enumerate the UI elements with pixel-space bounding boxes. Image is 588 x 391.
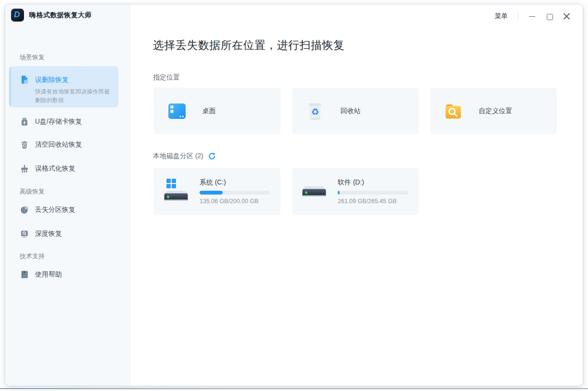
refresh-icon[interactable]	[208, 152, 216, 161]
sidebar-item-undelete-recovery[interactable]: 误删除恢复 快速有效地恢复因误操作而被删除的数据	[9, 66, 118, 107]
sidebar-section-scene-recovery: 场景恢复	[20, 53, 45, 62]
empty-recycle-icon	[20, 140, 29, 150]
format-brush-icon	[20, 164, 29, 173]
app-window: D 嗨格式数据恢复大师 场景恢复 误删除恢复 快速有效地恢复因误操作而被删除的数…	[5, 4, 583, 386]
page-title: 选择丢失数据所在位置，进行扫描恢复	[153, 38, 345, 53]
app-logo-icon: D	[11, 9, 24, 22]
sidebar-item-help[interactable]: 使用帮助	[5, 265, 131, 284]
usb-drive-icon	[20, 117, 29, 126]
sidebar-item-usb-recovery[interactable]: U盘/存储卡恢复	[5, 112, 131, 131]
sidebar-item-label: 清空回收站恢复	[35, 140, 82, 149]
location-card-label: 桌面	[202, 107, 216, 115]
sidebar-item-label: 丢失分区恢复	[35, 206, 75, 214]
sidebar-item-deep-recovery[interactable]: 深度恢复	[5, 224, 131, 243]
folder-search-icon	[443, 101, 464, 122]
disk-usage-text: 135.06 GB/200.00 GB	[200, 198, 259, 205]
app-title: 嗨格式数据恢复大师	[29, 11, 92, 20]
document-delete-icon	[20, 75, 29, 84]
sidebar-item-emptied-recycle-recovery[interactable]: 清空回收站恢复	[5, 135, 131, 154]
disk-usage-bar	[338, 191, 408, 195]
section-label-locations: 指定位置	[153, 73, 180, 82]
active-accent-bar	[9, 66, 11, 107]
section-label-disks: 本地磁盘分区 (2)	[153, 152, 216, 161]
location-cards-row: 桌面 ♻ 回收站	[154, 88, 557, 134]
close-icon[interactable]	[563, 13, 570, 20]
data-drive-icon	[301, 177, 328, 203]
sidebar-item-label: 深度恢复	[35, 230, 62, 238]
disk-usage-fill	[338, 191, 340, 195]
screen-bottom-edge	[0, 388, 588, 389]
desktop-icon	[166, 101, 188, 122]
location-card-recycle-bin[interactable]: ♻ 回收站	[292, 88, 419, 134]
disk-cards-row: 系统 (C:) 135.06 GB/200.00 GB 软件 (D:)	[154, 168, 419, 215]
titlebar-divider	[518, 12, 518, 21]
location-card-label: 回收站	[341, 107, 361, 115]
sidebar-item-label: 误删除恢复	[35, 76, 69, 84]
system-drive-icon	[163, 177, 189, 203]
sidebar: D 嗨格式数据恢复大师 场景恢复 误删除恢复 快速有效地恢复因误操作而被删除的数…	[5, 4, 131, 386]
sidebar-item-label: U盘/存储卡恢复	[35, 117, 82, 126]
disks-section-text: 本地磁盘分区 (2)	[153, 152, 203, 161]
location-card-desktop[interactable]: 桌面	[154, 88, 281, 134]
disk-card-software-d[interactable]: 软件 (D:) 261.09 GB/265.45 GB	[292, 168, 419, 215]
sidebar-item-formatted-recovery[interactable]: 误格式化恢复	[5, 159, 131, 178]
lost-partition-icon	[20, 205, 29, 215]
help-book-icon	[20, 270, 29, 279]
maximize-icon[interactable]	[546, 13, 553, 20]
main-content: 菜单 选择丢失数据所在位置，进行扫描恢复 指定位置	[131, 4, 583, 386]
sidebar-item-lost-partition-recovery[interactable]: 丢失分区恢复	[5, 200, 131, 219]
deep-scan-icon	[20, 229, 29, 239]
app-header: D 嗨格式数据恢复大师	[11, 9, 92, 22]
sidebar-section-tech-support: 技术支持	[20, 252, 45, 261]
location-card-custom-location[interactable]: 自定义位置	[430, 88, 557, 134]
disk-usage-bar	[200, 191, 270, 195]
disk-name: 软件 (D:)	[338, 178, 364, 187]
menu-button[interactable]: 菜单	[494, 12, 508, 21]
recycle-symbol: ♻	[305, 101, 326, 122]
titlebar-controls: 菜单	[494, 12, 570, 21]
sidebar-item-label: 使用帮助	[35, 270, 62, 279]
disk-usage-text: 261.09 GB/265.45 GB	[338, 198, 397, 205]
location-card-label: 自定义位置	[479, 107, 512, 115]
sidebar-item-label: 误格式化恢复	[35, 164, 75, 173]
disk-card-system-c[interactable]: 系统 (C:) 135.06 GB/200.00 GB	[154, 168, 281, 215]
sidebar-item-desc: 快速有效地恢复因误操作而被删除的数据	[35, 87, 111, 104]
sidebar-section-advanced-recovery: 高级恢复	[20, 187, 45, 196]
disk-name: 系统 (C:)	[200, 178, 226, 187]
minimize-icon[interactable]	[529, 13, 536, 20]
disk-usage-fill	[200, 191, 223, 195]
